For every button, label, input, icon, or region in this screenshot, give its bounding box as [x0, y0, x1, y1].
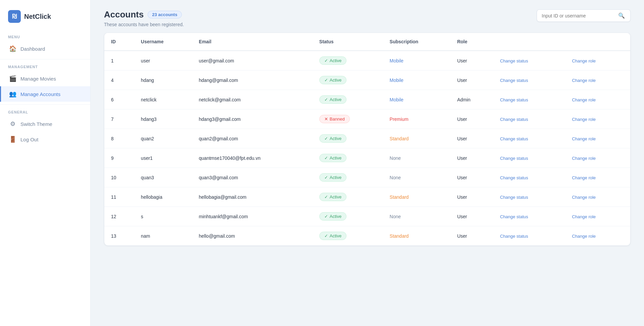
cell-status: ✓ Active	[313, 226, 383, 246]
search-box[interactable]: 🔍	[537, 9, 631, 22]
change-status-button[interactable]: Change status	[500, 234, 528, 239]
status-badge: ✓ Active	[319, 56, 346, 65]
cell-subscription: None	[383, 207, 450, 226]
subscription-value: Mobile	[390, 97, 404, 102]
cell-change-role[interactable]: Change role	[565, 187, 630, 207]
change-status-button[interactable]: Change status	[500, 156, 528, 161]
search-input[interactable]	[542, 13, 615, 18]
cell-status: ✓ Active	[313, 187, 383, 207]
page-header: Accounts 23 accounts These accounts have…	[91, 0, 644, 33]
cell-change-role[interactable]: Change role	[565, 90, 630, 109]
change-status-button[interactable]: Change status	[500, 117, 528, 122]
cell-subscription: Mobile	[383, 90, 450, 109]
change-role-button[interactable]: Change role	[572, 78, 596, 83]
menu-section-label: MENU	[0, 32, 90, 41]
change-role-button[interactable]: Change role	[572, 234, 596, 239]
sidebar-item-manage-movies[interactable]: 🎬 Manage Movies	[0, 71, 90, 86]
cell-change-role[interactable]: Change role	[565, 207, 630, 226]
table-container: ID Username Email Status Subscription Ro…	[91, 33, 644, 326]
cell-role: User	[450, 148, 493, 168]
change-role-button[interactable]: Change role	[572, 97, 596, 102]
cell-email: quan3@gmail.com	[192, 168, 313, 187]
sidebar-item-manage-accounts[interactable]: 👥 Manage Accounts	[0, 86, 90, 102]
logo-icon: ₪	[8, 10, 21, 23]
cell-change-role[interactable]: Change role	[565, 51, 630, 71]
status-badge: ✕ Banned	[319, 115, 350, 123]
cell-change-status[interactable]: Change status	[493, 109, 566, 129]
cell-subscription: None	[383, 148, 450, 168]
cell-id: 1	[104, 51, 134, 71]
col-subscription: Subscription	[383, 33, 450, 51]
cell-role: User	[450, 226, 493, 246]
cell-id: 12	[104, 207, 134, 226]
cell-role: User	[450, 207, 493, 226]
change-role-button[interactable]: Change role	[572, 195, 596, 200]
status-badge: ✓ Active	[319, 134, 346, 143]
table-row: 10 quan3 quan3@gmail.com ✓ Active None U…	[104, 168, 630, 187]
cell-username: hellobagia	[134, 187, 192, 207]
subscription-value: Mobile	[390, 58, 404, 63]
change-status-button[interactable]: Change status	[500, 136, 528, 141]
cell-change-role[interactable]: Change role	[565, 226, 630, 246]
status-icon: ✓	[324, 78, 328, 83]
table-row: 9 user1 quantmse170040@fpt.edu.vn ✓ Acti…	[104, 148, 630, 168]
title-area: Accounts 23 accounts These accounts have…	[104, 9, 184, 27]
change-role-button[interactable]: Change role	[572, 136, 596, 141]
cell-change-status[interactable]: Change status	[493, 148, 566, 168]
cell-subscription: None	[383, 168, 450, 187]
cell-change-status[interactable]: Change status	[493, 90, 566, 109]
status-badge: ✓ Active	[319, 212, 346, 221]
sidebar-item-switch-theme[interactable]: ⚙ Switch Theme	[0, 116, 90, 132]
cell-change-role[interactable]: Change role	[565, 129, 630, 148]
change-role-button[interactable]: Change role	[572, 214, 596, 219]
status-icon: ✓	[324, 214, 328, 219]
change-status-button[interactable]: Change status	[500, 78, 528, 83]
change-status-button[interactable]: Change status	[500, 214, 528, 219]
table-row: 13 nam hello@gmail.com ✓ Active Standard…	[104, 226, 630, 246]
change-status-button[interactable]: Change status	[500, 175, 528, 180]
cell-id: 7	[104, 109, 134, 129]
logout-icon: 🚪	[9, 136, 16, 143]
status-icon: ✓	[324, 233, 328, 238]
table-row: 12 s minhtuankf@gmail.com ✓ Active None …	[104, 207, 630, 226]
cell-status: ✓ Active	[313, 51, 383, 71]
cell-change-role[interactable]: Change role	[565, 71, 630, 90]
cell-status: ✓ Active	[313, 148, 383, 168]
change-status-button[interactable]: Change status	[500, 195, 528, 200]
cell-change-role[interactable]: Change role	[565, 168, 630, 187]
status-icon: ✓	[324, 58, 328, 63]
cell-change-status[interactable]: Change status	[493, 71, 566, 90]
cell-id: 13	[104, 226, 134, 246]
subscription-value: None	[390, 175, 401, 180]
cell-change-status[interactable]: Change status	[493, 51, 566, 71]
cell-role: User	[450, 109, 493, 129]
table-header: ID Username Email Status Subscription Ro…	[104, 33, 630, 51]
change-status-button[interactable]: Change status	[500, 58, 528, 63]
change-role-button[interactable]: Change role	[572, 58, 596, 63]
cell-id: 4	[104, 71, 134, 90]
cell-username: user1	[134, 148, 192, 168]
cell-change-status[interactable]: Change status	[493, 207, 566, 226]
cell-change-status[interactable]: Change status	[493, 187, 566, 207]
sidebar-item-log-out[interactable]: 🚪 Log Out	[0, 132, 90, 147]
cell-change-status[interactable]: Change status	[493, 168, 566, 187]
cell-change-role[interactable]: Change role	[565, 109, 630, 129]
cell-username: netclick	[134, 90, 192, 109]
cell-username: s	[134, 207, 192, 226]
change-role-button[interactable]: Change role	[572, 117, 596, 122]
cell-subscription: Premium	[383, 109, 450, 129]
status-badge: ✓ Active	[319, 95, 346, 104]
cell-change-status[interactable]: Change status	[493, 129, 566, 148]
accounts-table: ID Username Email Status Subscription Ro…	[104, 33, 630, 245]
subscription-value: None	[390, 155, 401, 161]
col-actions-1	[493, 33, 566, 51]
sidebar-item-dashboard[interactable]: 🏠 Dashboard	[0, 41, 90, 56]
change-status-button[interactable]: Change status	[500, 97, 528, 102]
change-role-button[interactable]: Change role	[572, 156, 596, 161]
cell-change-status[interactable]: Change status	[493, 226, 566, 246]
table-wrapper: ID Username Email Status Subscription Ro…	[104, 33, 631, 246]
cell-id: 11	[104, 187, 134, 207]
cell-username: user	[134, 51, 192, 71]
change-role-button[interactable]: Change role	[572, 175, 596, 180]
cell-change-role[interactable]: Change role	[565, 148, 630, 168]
